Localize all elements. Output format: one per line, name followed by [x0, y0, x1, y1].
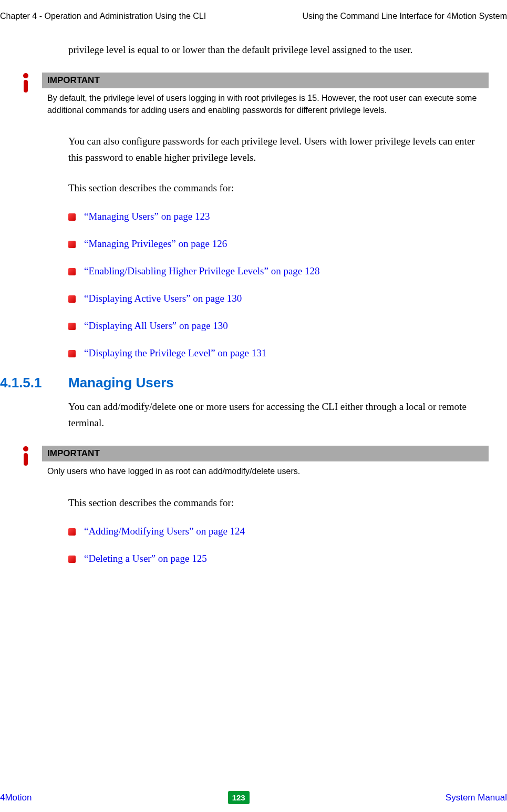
list-item: “Managing Privileges” on page 126 — [68, 238, 489, 250]
paragraph-3: This section describes the commands for: — [68, 180, 489, 196]
svg-point-2 — [23, 446, 28, 451]
important-body-text: Only users who have logged in as root ca… — [42, 461, 489, 481]
svg-point-0 — [23, 73, 28, 78]
important-label: IMPORTANT — [42, 446, 489, 461]
section-title: Managing Users — [68, 375, 174, 390]
list-item: “Deleting a User” on page 125 — [68, 553, 489, 564]
important-label: IMPORTANT — [42, 73, 489, 88]
important-callout-1: IMPORTANT By default, the privilege leve… — [21, 73, 489, 120]
cross-reference-link[interactable]: “Managing Users” on page 123 — [84, 211, 210, 222]
cross-reference-link[interactable]: “Managing Privileges” on page 126 — [84, 238, 227, 249]
main-content: privilege level is equal to or lower tha… — [0, 21, 507, 564]
cross-reference-link[interactable]: “Enabling/Disabling Higher Privilege Lev… — [84, 265, 320, 276]
page-footer: 4Motion 123 System Manual — [0, 791, 507, 804]
cross-reference-link[interactable]: “Displaying the Privilege Level” on page… — [84, 347, 266, 358]
list-item: “Displaying the Privilege Level” on page… — [68, 347, 489, 359]
svg-rect-3 — [24, 453, 28, 466]
info-icon — [21, 73, 37, 96]
list-item: “Adding/Modifying Users” on page 124 — [68, 526, 489, 537]
cross-reference-link[interactable]: “Adding/Modifying Users” on page 124 — [84, 526, 245, 537]
link-list-1: “Managing Users” on page 123 “Managing P… — [68, 211, 489, 359]
link-list-2: “Adding/Modifying Users” on page 124 “De… — [68, 526, 489, 564]
cross-reference-link[interactable]: “Displaying Active Users” on page 130 — [84, 293, 242, 304]
section-paragraph: You can add/modify/delete one or more us… — [68, 399, 489, 431]
header-chapter-title: Chapter 4 - Operation and Administration… — [0, 12, 206, 21]
cross-reference-link[interactable]: “Displaying All Users” on page 130 — [84, 320, 228, 331]
important-body-text: By default, the privilege level of users… — [42, 88, 489, 120]
list-item: “Managing Users” on page 123 — [68, 211, 489, 222]
important-callout-2: IMPORTANT Only users who have logged in … — [21, 446, 489, 481]
page-header: Chapter 4 - Operation and Administration… — [0, 0, 507, 21]
info-icon — [21, 446, 37, 469]
paragraph-4: This section describes the commands for: — [68, 495, 489, 511]
footer-product-name: 4Motion — [0, 793, 32, 803]
svg-rect-1 — [24, 80, 28, 92]
list-item: “Displaying All Users” on page 130 — [68, 320, 489, 332]
intro-paragraph: privilege level is equal to or lower tha… — [68, 42, 489, 58]
list-item: “Enabling/Disabling Higher Privilege Lev… — [68, 265, 489, 277]
list-item: “Displaying Active Users” on page 130 — [68, 293, 489, 304]
paragraph-2: You can also configure passwords for eac… — [68, 133, 489, 166]
section-number: 4.1.5.1 — [0, 375, 42, 391]
header-section-title: Using the Command Line Interface for 4Mo… — [302, 12, 507, 21]
section-heading: 4.1.5.1 Managing Users — [0, 375, 489, 391]
footer-manual-title: System Manual — [446, 793, 507, 803]
cross-reference-link[interactable]: “Deleting a User” on page 125 — [84, 553, 207, 564]
page-number: 123 — [228, 791, 250, 804]
